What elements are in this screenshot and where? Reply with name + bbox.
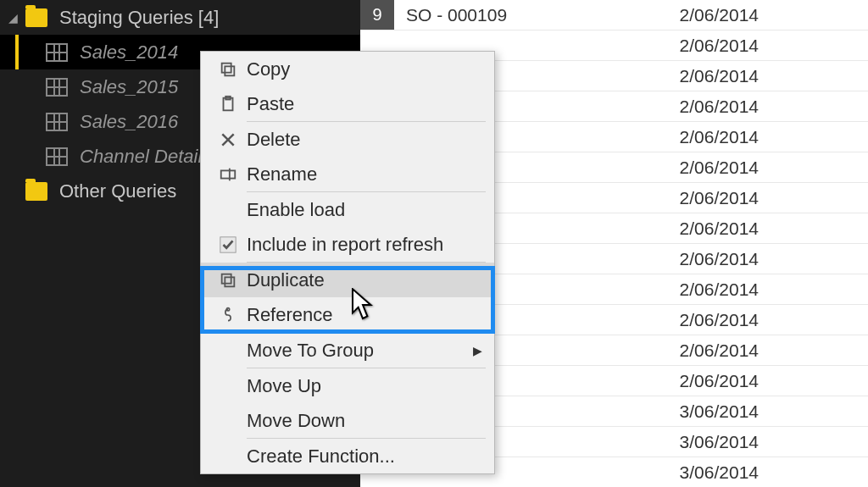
svg-rect-9	[225, 277, 234, 286]
menu-item-label: Move Down	[247, 410, 345, 432]
menu-item-label: Delete	[247, 129, 301, 151]
table-icon	[46, 147, 68, 166]
cell-date: 2/06/2014	[632, 219, 776, 239]
svg-rect-0	[225, 66, 234, 75]
menu-item-create-function[interactable]: Create Function...	[201, 439, 494, 473]
svg-rect-10	[222, 274, 231, 283]
menu-item-duplicate[interactable]: Duplicate	[201, 263, 494, 297]
paste-icon	[209, 95, 247, 113]
cell-date: 3/06/2014	[632, 462, 776, 483]
submenu-arrow-icon: ▶	[473, 344, 482, 357]
copy-icon	[209, 60, 247, 79]
query-group-staging[interactable]: ◢ Staging Queries [4]	[0, 0, 360, 35]
svg-rect-6	[221, 170, 236, 178]
folder-icon	[25, 8, 47, 27]
cell-order: SO - 000109	[394, 5, 632, 25]
row-number: 9	[360, 0, 394, 30]
query-label: Channel Details	[80, 146, 211, 168]
menu-item-rename[interactable]: Rename	[201, 157, 494, 191]
menu-item-label: Copy	[247, 58, 290, 80]
query-context-menu: CopyPasteDeleteRenameEnable loadInclude …	[200, 51, 495, 474]
menu-item-move-down[interactable]: Move Down	[201, 403, 494, 438]
cell-date: 2/06/2014	[632, 371, 776, 391]
group-label: Other Queries	[59, 180, 176, 202]
query-label: Sales_2014	[80, 42, 178, 64]
menu-item-paste[interactable]: Paste	[201, 86, 494, 121]
expand-arrow-icon: ◢	[8, 11, 20, 25]
menu-item-label: Include in report refresh	[247, 234, 443, 256]
delete-icon	[209, 131, 247, 148]
query-label: Sales_2016	[80, 111, 178, 133]
menu-item-label: Enable load	[247, 199, 345, 221]
group-label: Staging Queries [4]	[59, 7, 219, 29]
cell-date: 2/06/2014	[632, 127, 776, 147]
reference-icon	[209, 306, 247, 324]
menu-item-label: Duplicate	[247, 269, 325, 291]
menu-item-label: Move Up	[247, 375, 321, 397]
cell-date: 3/06/2014	[632, 432, 776, 452]
cell-date: 2/06/2014	[632, 5, 776, 25]
cell-date: 3/06/2014	[632, 401, 776, 422]
cell-date: 2/06/2014	[632, 97, 776, 117]
menu-item-delete[interactable]: Delete	[201, 122, 494, 157]
menu-item-label: Create Function...	[247, 445, 395, 468]
menu-item-include-in-report-refresh[interactable]: Include in report refresh	[201, 227, 494, 262]
duplicate-icon	[209, 271, 247, 290]
folder-icon	[25, 182, 47, 201]
menu-item-label: Move To Group	[247, 340, 374, 362]
menu-item-reference[interactable]: Reference	[201, 297, 494, 332]
cell-date: 2/06/2014	[632, 340, 776, 361]
check-icon	[209, 235, 247, 254]
menu-item-label: Reference	[247, 304, 333, 326]
menu-item-copy[interactable]: Copy	[201, 52, 494, 86]
table-row[interactable]: 9SO - 0001092/06/2014	[360, 0, 868, 30]
table-icon	[46, 78, 68, 97]
menu-item-move-to-group[interactable]: Move To Group▶	[201, 333, 494, 368]
cell-date: 2/06/2014	[632, 279, 776, 300]
menu-item-move-up[interactable]: Move Up	[201, 368, 494, 403]
rename-icon	[209, 165, 247, 184]
cell-date: 2/06/2014	[632, 158, 776, 178]
query-label: Sales_2015	[80, 76, 178, 98]
cell-date: 2/06/2014	[632, 188, 776, 208]
table-icon	[46, 113, 68, 131]
cell-date: 2/06/2014	[632, 66, 776, 86]
menu-item-label: Rename	[247, 163, 317, 185]
cell-date: 2/06/2014	[632, 249, 776, 269]
menu-item-label: Paste	[247, 93, 294, 115]
menu-item-enable-load[interactable]: Enable load	[201, 192, 494, 227]
cell-date: 2/06/2014	[632, 36, 776, 56]
table-icon	[46, 43, 68, 62]
svg-rect-1	[222, 63, 231, 72]
cell-date: 2/06/2014	[632, 310, 776, 330]
